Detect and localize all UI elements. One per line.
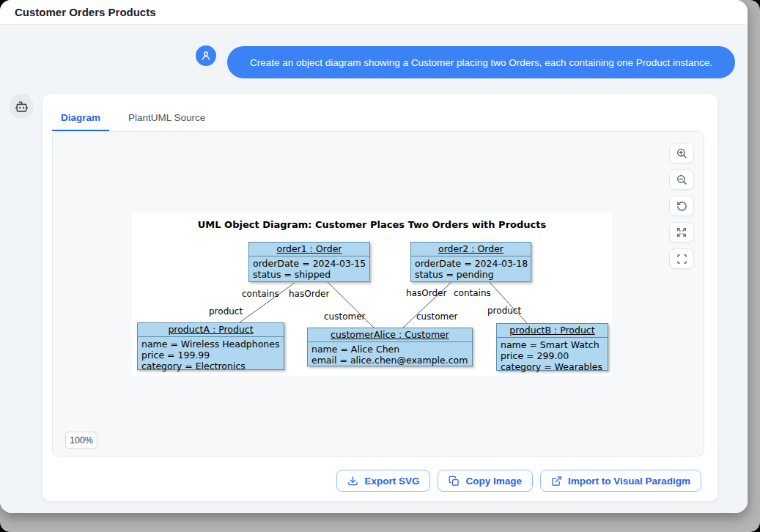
object-order2: order2 : Order orderDate = 2024-03-18 st… [410, 242, 531, 282]
reset-view-icon [676, 201, 687, 212]
footer-actions: Export SVG Copy Image Import to Visual P… [43, 470, 701, 492]
object-attribute: name = Smart Watch [501, 339, 604, 350]
zoom-out-icon [676, 174, 687, 185]
copy-image-button[interactable]: Copy Image [438, 470, 533, 492]
object-customerAlice: customerAlice : Customer name = Alice Ch… [307, 328, 473, 366]
user-message-bubble: Create an object diagram showing a Custo… [227, 46, 735, 78]
link-label: hasOrder [289, 289, 329, 298]
expand-button[interactable] [669, 222, 694, 243]
user-icon [200, 50, 212, 62]
user-avatar [196, 45, 216, 66]
link-label: product [487, 306, 521, 315]
object-attribute: category = Wearables [501, 361, 604, 372]
link-label: contains [242, 289, 279, 298]
object-attribute: email = alice.chen@example.com [311, 355, 468, 366]
import-to-visual-paradigm-button[interactable]: Import to Visual Paradigm [540, 470, 701, 492]
expand-icon [676, 227, 687, 237]
download-icon [347, 476, 358, 487]
object-name: productB : Product [497, 324, 608, 338]
bot-avatar [9, 94, 34, 119]
page-title: Customer Orders Products [15, 0, 156, 24]
object-name: customerAlice : Customer [308, 328, 472, 342]
result-card: Diagram PlantUML Source UML Object Diagr… [42, 93, 718, 502]
zoom-in-icon [676, 147, 687, 159]
zoom-in-button[interactable] [669, 143, 694, 163]
object-attribute: name = Wireless Headphones [141, 339, 280, 350]
fullscreen-icon [676, 254, 687, 265]
diagram-canvas: UML Object Diagram: Customer Places Two … [52, 131, 704, 457]
copy-image-label: Copy Image [465, 476, 522, 487]
object-name: order1 : Order [249, 243, 369, 256]
zoom-level-badge: 100% [65, 432, 97, 449]
object-name: productA : Product [138, 323, 284, 337]
object-attribute: price = 299.00 [501, 350, 604, 361]
object-attribute: price = 199.99 [141, 350, 280, 361]
link-label: product [209, 307, 243, 316]
tab-bar: Diagram PlantUML Source [52, 106, 214, 131]
export-svg-button[interactable]: Export SVG [336, 470, 430, 492]
zoom-out-button[interactable] [669, 169, 694, 190]
tab-plantuml-source[interactable]: PlantUML Source [119, 106, 214, 131]
link-label: contains [454, 289, 491, 298]
tab-diagram[interactable]: Diagram [52, 106, 109, 131]
object-attribute: orderDate = 2024-03-18 [415, 258, 527, 269]
object-order1: order1 : Order orderDate = 2024-03-15 st… [248, 242, 370, 282]
object-attribute: status = pending [415, 269, 527, 280]
object-attribute: status = shipped [253, 269, 366, 280]
object-name: order2 : Order [411, 243, 531, 256]
uml-object-diagram: UML Object Diagram: Customer Places Two … [132, 213, 612, 376]
zoom-toolbar [669, 143, 694, 269]
bot-icon [15, 100, 29, 114]
app-header: Customer Orders Products [0, 0, 748, 25]
copy-icon [449, 476, 460, 487]
import-to-visual-paradigm-label: Import to Visual Paradigm [568, 476, 690, 487]
link-label: customer [416, 312, 458, 321]
link-label: hasOrder [406, 289, 446, 298]
object-attribute: name = Alice Chen [311, 344, 468, 355]
screen-backdrop: Customer Orders Products Create an objec… [0, 0, 760, 532]
object-attribute: orderDate = 2024-03-15 [253, 258, 366, 269]
object-productA: productA : Product name = Wireless Headp… [137, 322, 284, 370]
reset-view-button[interactable] [669, 196, 694, 216]
link-label: customer [324, 312, 366, 321]
object-productB: productB : Product name = Smart Watch pr… [496, 323, 608, 371]
external-link-icon [551, 476, 562, 487]
object-attribute: category = Electronics [141, 361, 280, 372]
app-window: Customer Orders Products Create an objec… [0, 0, 748, 513]
fullscreen-button[interactable] [669, 248, 694, 269]
export-svg-label: Export SVG [364, 476, 419, 487]
